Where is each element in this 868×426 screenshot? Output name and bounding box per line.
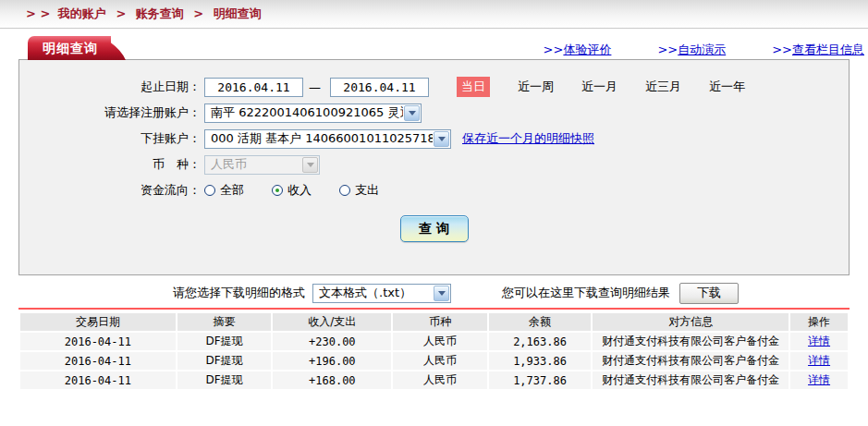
header-summary: 摘要 (177, 313, 272, 331)
radio-checked-icon (272, 185, 283, 196)
radio-unchecked-icon (204, 185, 215, 196)
query-button[interactable]: 查 询 (400, 215, 469, 242)
cell-date: 2016-04-11 (20, 352, 176, 370)
flow-option-all[interactable]: 全部 (204, 182, 244, 199)
registered-account-select[interactable]: 南平 6222001406100921065 灵通卡 (204, 103, 422, 123)
breadcrumb-item-detail-query[interactable]: 明细查询 (214, 6, 262, 20)
flow-option-expense[interactable]: 支出 (339, 182, 379, 199)
header-income-expense: 收入/支出 (273, 313, 391, 331)
cell-amount: +230.00 (273, 333, 391, 350)
cell-summary: DF提现 (177, 352, 272, 370)
chevron-down-icon[interactable] (434, 131, 449, 147)
detail-link[interactable]: 详情 (808, 335, 830, 347)
currency-row: 币 种： 人民币 (19, 154, 849, 175)
cell-balance: 2,163.86 (489, 333, 591, 350)
header-links: >>体验评价 >>自动演示 >>查看栏目信息 (544, 42, 864, 58)
date-range-label: 起止日期： (19, 79, 201, 95)
red-separator-line (18, 308, 850, 310)
breadcrumb-prefix: > > (26, 6, 50, 20)
breadcrumb: > > 我的账户 > 账务查询 > 明细查询 (26, 6, 265, 22)
download-hint: 您可以在这里下载查询明细结果 (502, 285, 670, 301)
double-arrow-icon: >> (544, 43, 564, 56)
cell-currency: 人民币 (393, 371, 487, 389)
tab-detail-query[interactable]: 明细查询 (28, 36, 111, 60)
table-row: 2016-04-11 DF提现 +230.00 人民币 2,163.86 财付通… (20, 333, 848, 350)
cell-date: 2016-04-11 (20, 371, 176, 389)
breadcrumb-item-account-query[interactable]: 账务查询 (136, 6, 184, 20)
detail-link[interactable]: 详情 (808, 373, 830, 386)
link-view-column-info[interactable]: >>查看栏目信息 (772, 42, 864, 58)
range-today-badge[interactable]: 当日 (457, 77, 490, 97)
fund-flow-label: 资金流向： (19, 182, 201, 199)
table-header-row: 交易日期 摘要 收入/支出 币种 余额 对方信息 操作 (20, 313, 848, 331)
link-experience-rating[interactable]: >>体验评价 (544, 42, 612, 58)
date-from-input[interactable] (204, 78, 303, 97)
double-arrow-icon: >> (772, 43, 792, 56)
header-action: 操作 (790, 313, 848, 331)
detail-link[interactable]: 详情 (808, 354, 830, 367)
date-dash: — (309, 80, 321, 94)
cell-date: 2016-04-11 (20, 333, 176, 350)
breadcrumb-bar: > > 我的账户 > 账务查询 > 明细查询 (0, 0, 868, 29)
table-row: 2016-04-11 DF提现 +168.00 人民币 1,737.86 财付通… (20, 371, 848, 389)
cell-amount: +196.00 (273, 352, 391, 370)
sub-account-label: 下挂账户： (19, 130, 201, 147)
registered-account-label: 请选择注册账户： (19, 104, 201, 121)
download-format-label: 请您选择下载明细的格式 (173, 285, 305, 301)
cell-counterparty: 财付通支付科技有限公司客户备付金 (593, 371, 789, 389)
tab-label: 明细查询 (43, 41, 98, 55)
query-button-row: 查 询 (19, 215, 849, 242)
flow-option-income[interactable]: 收入 (272, 182, 312, 199)
chevron-down-icon[interactable] (434, 286, 449, 301)
date-to-input[interactable] (330, 78, 429, 97)
results-table: 交易日期 摘要 收入/支出 币种 余额 对方信息 操作 2016-04-11 D… (18, 311, 850, 391)
chevron-down-icon[interactable] (404, 105, 420, 121)
cell-balance: 1,737.86 (489, 371, 591, 389)
header-trade-date: 交易日期 (20, 313, 176, 331)
cell-counterparty: 财付通支付科技有限公司客户备付金 (593, 333, 789, 350)
range-last-3-months[interactable]: 近三月 (645, 79, 681, 95)
chevron-down-icon (302, 157, 318, 173)
download-row: 请您选择下载明细的格式 文本格式（.txt） 您可以在这里下载查询明细结果 下载 (18, 280, 850, 306)
breadcrumb-separator: > (116, 6, 126, 20)
sub-account-select[interactable]: 000 活期 基本户 1406600101102571848 (204, 129, 451, 149)
currency-label: 币 种： (19, 156, 201, 173)
cell-balance: 1,933.86 (489, 352, 591, 370)
cell-summary: DF提现 (177, 333, 272, 350)
header-balance: 余额 (489, 313, 591, 331)
download-button[interactable]: 下载 (679, 283, 739, 304)
link-auto-demo[interactable]: >>自动演示 (657, 42, 726, 58)
cell-counterparty: 财付通支付科技有限公司客户备付金 (593, 352, 789, 370)
query-form-panel: 起止日期： — 当日 近一周 近一月 近三月 近一年 请选择注册账户： 南平 6… (18, 59, 850, 275)
cell-summary: DF提现 (177, 371, 272, 389)
double-arrow-icon: >> (657, 43, 678, 56)
breadcrumb-item-my-account[interactable]: 我的账户 (58, 6, 106, 20)
cell-currency: 人民币 (393, 352, 487, 370)
download-format-select[interactable]: 文本格式（.txt） (312, 284, 451, 303)
registered-account-row: 请选择注册账户： 南平 6222001406100921065 灵通卡 (19, 103, 849, 123)
range-last-year[interactable]: 近一年 (709, 79, 745, 95)
range-last-week[interactable]: 近一周 (518, 79, 554, 95)
breadcrumb-separator: > (193, 6, 203, 20)
date-range-row: 起止日期： — 当日 近一周 近一月 近三月 近一年 (19, 77, 849, 97)
fund-flow-row: 资金流向： 全部 收入 支出 (19, 180, 849, 201)
radio-unchecked-icon (339, 185, 350, 196)
header-counterparty: 对方信息 (593, 313, 789, 331)
range-last-month[interactable]: 近一月 (581, 79, 617, 95)
cell-currency: 人民币 (393, 333, 487, 350)
save-monthly-snapshot-link[interactable]: 保存近一个月的明细快照 (462, 130, 594, 147)
currency-select: 人民币 (204, 155, 320, 175)
table-row: 2016-04-11 DF提现 +196.00 人民币 1,933.86 财付通… (20, 352, 848, 370)
cell-amount: +168.00 (273, 371, 391, 389)
header-currency: 币种 (393, 313, 487, 331)
sub-account-row: 下挂账户： 000 活期 基本户 1406600101102571848 保存近… (19, 128, 849, 149)
